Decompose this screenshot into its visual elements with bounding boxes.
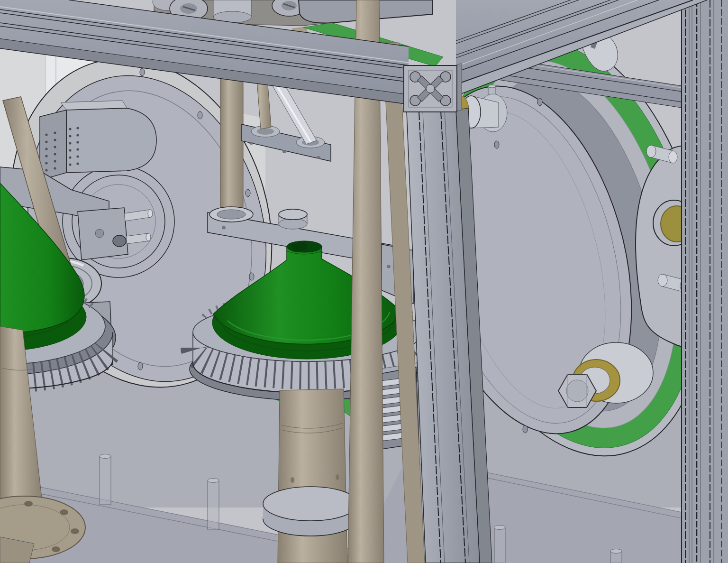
frame-corner-joint — [404, 64, 462, 112]
cad-viewport[interactable] — [0, 0, 728, 563]
locating-pin — [610, 549, 622, 563]
column-collar-top — [263, 487, 358, 521]
locating-pin — [208, 479, 219, 530]
cad-render — [0, 0, 728, 563]
shaft-bore — [113, 235, 126, 247]
arm-bolt — [279, 209, 307, 229]
bolt-head — [95, 229, 104, 238]
joint-side — [457, 64, 462, 111]
locating-pin — [100, 454, 111, 505]
frame-post-right — [682, 0, 728, 563]
motor-body — [66, 108, 156, 173]
center-bore — [426, 84, 435, 93]
locating-pin — [494, 526, 506, 563]
hex-nut-bore — [566, 380, 588, 402]
motor-side-plate — [40, 110, 66, 180]
